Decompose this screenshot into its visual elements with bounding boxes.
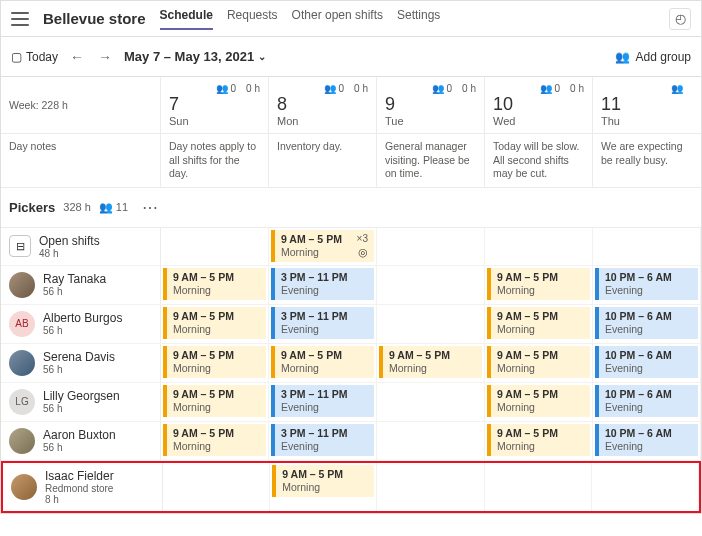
shift-block[interactable]: 10 PM – 6 AMEvening: [595, 307, 698, 339]
shift-block[interactable]: 9 AM – 5 PMMorning: [487, 424, 590, 456]
shift-block[interactable]: 9 AM – 5 PMMorning: [487, 307, 590, 339]
schedule-cell[interactable]: 9 AM – 5 PMMorning: [485, 383, 593, 421]
schedule-cell[interactable]: 9 AM – 5 PMMorning: [161, 344, 269, 382]
day-column-header[interactable]: 👥 11Thu: [593, 77, 701, 134]
day-note[interactable]: General manager visiting. Please be on t…: [377, 134, 485, 188]
day-note[interactable]: Today will be slow. All second shifts ma…: [485, 134, 593, 188]
shift-block[interactable]: 10 PM – 6 AMEvening: [595, 346, 698, 378]
schedule-cell[interactable]: 9 AM – 5 PMMorning: [269, 344, 377, 382]
open-shifts-icon: ⊟: [9, 235, 31, 257]
day-note[interactable]: Day notes apply to all shifts for the da…: [161, 134, 269, 188]
schedule-cell[interactable]: [377, 422, 485, 460]
schedule-cell[interactable]: 10 PM – 6 AMEvening: [593, 422, 701, 460]
schedule-cell[interactable]: [377, 383, 485, 421]
schedule-cell[interactable]: [592, 463, 699, 511]
shift-block[interactable]: 10 PM – 6 AMEvening: [595, 268, 698, 300]
schedule-cell[interactable]: 9 AM – 5 PMMorning: [485, 266, 593, 304]
prev-week-button[interactable]: ←: [68, 49, 86, 65]
day-column-header[interactable]: 👥 00 h8Mon: [269, 77, 377, 134]
person-head[interactable]: Ray Tanaka56 h: [1, 266, 161, 304]
schedule-cell[interactable]: [485, 228, 593, 265]
shift-block[interactable]: 9 AM – 5 PMMorning: [271, 346, 374, 378]
group-hours: 328 h: [63, 201, 91, 213]
schedule-cell[interactable]: 9 AM – 5 PMMorning: [485, 305, 593, 343]
schedule-cell[interactable]: 9 AM – 5 PMMorning: [161, 305, 269, 343]
group-count-icon: 👥 0: [540, 83, 560, 94]
schedule-cell[interactable]: [377, 266, 485, 304]
person-head[interactable]: ABAlberto Burgos56 h: [1, 305, 161, 343]
shift-block[interactable]: 10 PM – 6 AMEvening: [595, 424, 698, 456]
shift-block[interactable]: 9 AM – 5 PMMorning: [163, 346, 266, 378]
schedule-cell[interactable]: 9 AM – 5 PMMorning: [270, 463, 377, 511]
shift-block[interactable]: 3 PM – 11 PMEvening: [271, 307, 374, 339]
tab-requests[interactable]: Requests: [227, 8, 278, 30]
group-header: Pickers 328 h 👥 11 ⋯: [1, 188, 701, 228]
tab-settings[interactable]: Settings: [397, 8, 440, 30]
day-header-row: Week: 228 h 👥 00 h7Sun👥 00 h8Mon👥 00 h9T…: [1, 77, 701, 134]
schedule-cell[interactable]: 10 PM – 6 AMEvening: [593, 383, 701, 421]
schedule-cell[interactable]: 3 PM – 11 PMEvening: [269, 422, 377, 460]
person-head[interactable]: Isaac Fielder Redmond store 8 h: [3, 463, 163, 511]
toolbar: ▢ Today ← → May 7 – May 13, 2021 ⌄ 👥 Add…: [1, 37, 701, 77]
date-range-picker[interactable]: May 7 – May 13, 2021 ⌄: [124, 49, 266, 64]
shift-block[interactable]: 9 AM – 5 PMMorning: [487, 385, 590, 417]
group-more-icon[interactable]: ⋯: [136, 198, 164, 217]
person-row: ABAlberto Burgos56 h9 AM – 5 PMMorning3 …: [1, 305, 701, 344]
schedule-cell[interactable]: [377, 305, 485, 343]
person-head[interactable]: Serena Davis56 h: [1, 344, 161, 382]
schedule-cell[interactable]: 9 AM – 5 PMMorning: [161, 266, 269, 304]
tab-other-open-shifts[interactable]: Other open shifts: [292, 8, 383, 30]
person-head[interactable]: LGLilly Georgsen56 h: [1, 383, 161, 421]
tab-schedule[interactable]: Schedule: [160, 8, 213, 30]
people-icon: 👥: [615, 50, 630, 64]
shift-block[interactable]: 3 PM – 11 PMEvening: [271, 424, 374, 456]
schedule-cell[interactable]: [163, 463, 270, 511]
schedule-cell[interactable]: [593, 228, 701, 265]
location-icon: ◎: [358, 246, 368, 259]
shift-block[interactable]: 9 AM – 5 PMMorning: [272, 465, 374, 497]
schedule-cell[interactable]: 9 AM – 5 PMMorning×3◎: [269, 228, 377, 265]
shift-block[interactable]: 9 AM – 5 PMMorning: [487, 346, 590, 378]
person-head[interactable]: Aaron Buxton56 h: [1, 422, 161, 460]
schedule-cell[interactable]: 10 PM – 6 AMEvening: [593, 344, 701, 382]
schedule-cell[interactable]: 9 AM – 5 PMMorning: [161, 383, 269, 421]
clock-icon[interactable]: ◴: [669, 8, 691, 30]
avatar: [9, 350, 35, 376]
shift-block[interactable]: 9 AM – 5 PMMorning: [163, 307, 266, 339]
shift-block[interactable]: 10 PM – 6 AMEvening: [595, 385, 698, 417]
schedule-cell[interactable]: 10 PM – 6 AMEvening: [593, 266, 701, 304]
day-column-header[interactable]: 👥 00 h10Wed: [485, 77, 593, 134]
add-group-button[interactable]: 👥 Add group: [615, 50, 691, 64]
schedule-cell[interactable]: 3 PM – 11 PMEvening: [269, 266, 377, 304]
day-column-header[interactable]: 👥 00 h9Tue: [377, 77, 485, 134]
shift-block[interactable]: 9 AM – 5 PMMorning: [163, 424, 266, 456]
day-column-header[interactable]: 👥 00 h7Sun: [161, 77, 269, 134]
next-week-button[interactable]: →: [96, 49, 114, 65]
today-button[interactable]: ▢ Today: [11, 50, 58, 64]
schedule-cell[interactable]: 9 AM – 5 PMMorning: [485, 344, 593, 382]
schedule-cell[interactable]: 9 AM – 5 PMMorning: [377, 344, 485, 382]
shift-block[interactable]: 9 AM – 5 PMMorning: [379, 346, 482, 378]
schedule-cell[interactable]: 9 AM – 5 PMMorning: [485, 422, 593, 460]
schedule-cell[interactable]: 10 PM – 6 AMEvening: [593, 305, 701, 343]
topbar: Bellevue store ScheduleRequestsOther ope…: [1, 1, 701, 37]
avatar: LG: [9, 389, 35, 415]
day-note[interactable]: Inventory day.: [269, 134, 377, 188]
group-count-icon: 👥 0: [216, 83, 236, 94]
shift-block[interactable]: 9 AM – 5 PMMorning: [487, 268, 590, 300]
schedule-cell[interactable]: 3 PM – 11 PMEvening: [269, 305, 377, 343]
schedule-cell[interactable]: [161, 228, 269, 265]
shift-block[interactable]: 3 PM – 11 PMEvening: [271, 385, 374, 417]
shift-block[interactable]: 3 PM – 11 PMEvening: [271, 268, 374, 300]
schedule-cell[interactable]: 9 AM – 5 PMMorning: [161, 422, 269, 460]
schedule-cell[interactable]: [377, 463, 484, 511]
day-note[interactable]: We are expecting be really busy.: [593, 134, 701, 188]
shift-block[interactable]: 9 AM – 5 PMMorning: [163, 385, 266, 417]
schedule-cell[interactable]: [377, 228, 485, 265]
open-shifts-head[interactable]: ⊟ Open shifts 48 h: [1, 228, 161, 265]
shift-block[interactable]: 9 AM – 5 PMMorning: [163, 268, 266, 300]
schedule-cell[interactable]: [485, 463, 592, 511]
schedule-cell[interactable]: 3 PM – 11 PMEvening: [269, 383, 377, 421]
hamburger-icon[interactable]: [11, 10, 29, 28]
shift-block[interactable]: 9 AM – 5 PMMorning×3◎: [271, 230, 374, 262]
